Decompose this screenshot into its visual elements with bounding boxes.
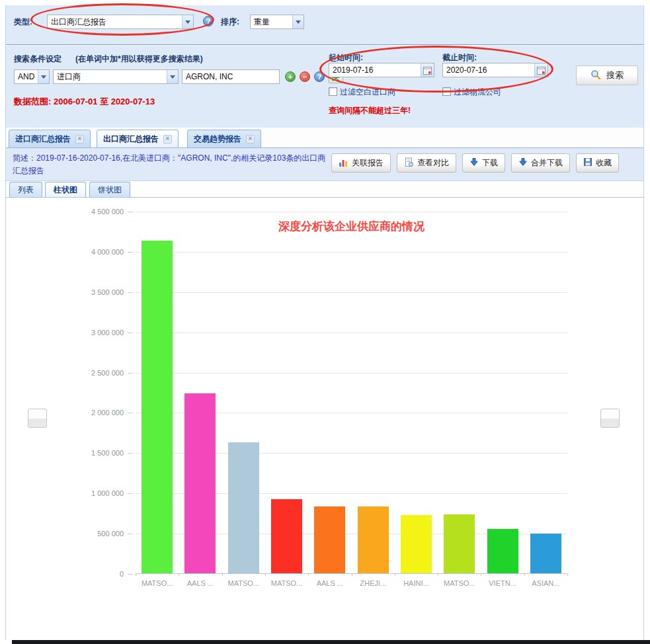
y-axis-label: 0	[120, 570, 124, 578]
x-tick	[524, 573, 525, 576]
page-right-button[interactable]	[600, 409, 620, 428]
merge-download-button[interactable]: 合并下载	[511, 153, 570, 173]
chart-panel: 深度分析该企业供应商的情况 0500 0001 000 0001 500 000…	[6, 197, 643, 639]
y-axis-label: 2 000 000	[91, 409, 124, 417]
sort-select[interactable]: 重量	[250, 15, 304, 29]
end-date-label: 截止时间:	[442, 52, 477, 63]
y-axis-label: 3 500 000	[91, 288, 124, 296]
tab-exporter-summary[interactable]: 出口商汇总报告 ×	[97, 130, 179, 147]
keyword-input[interactable]	[182, 69, 280, 84]
search-icon	[590, 69, 601, 82]
chevron-down-icon[interactable]	[38, 70, 49, 83]
tab-importer-summary[interactable]: 进口商汇总报告 ×	[9, 130, 91, 147]
gridline	[136, 333, 567, 333]
view-tab-bar-chart[interactable]: 柱状图	[45, 182, 86, 197]
bar-1[interactable]	[142, 241, 173, 573]
y-axis-label: 4 000 000	[91, 248, 124, 256]
chevron-down-icon[interactable]	[167, 70, 178, 83]
bar-9[interactable]	[487, 529, 518, 573]
summary-text: 2019-07-16-2020-07-16,在北美进口商："AGRON, INC…	[13, 153, 325, 175]
bar-8[interactable]	[444, 514, 475, 573]
calendar-icon[interactable]	[534, 63, 548, 77]
x-tick	[352, 573, 352, 576]
sort-label: 排序:	[221, 17, 239, 28]
page-left-button[interactable]	[28, 409, 47, 428]
help-icon[interactable]: ?	[314, 71, 325, 82]
search-button[interactable]: 搜索	[576, 65, 638, 85]
help-icon[interactable]: ?	[203, 16, 214, 26]
query-interval-warning: 查询间隔不能超过三年!	[329, 105, 411, 116]
y-tick	[128, 333, 133, 333]
y-tick	[128, 493, 133, 494]
save-icon	[583, 157, 592, 169]
bar-10[interactable]	[530, 534, 561, 573]
calendar-icon[interactable]	[421, 63, 434, 77]
gridline	[136, 292, 567, 293]
y-axis-label: 500 000	[97, 530, 124, 538]
start-date-input[interactable]	[329, 64, 421, 76]
x-axis-label: MATSO...	[265, 579, 309, 587]
x-tick	[222, 573, 223, 576]
bar-chart-plot: 0500 0001 000 0001 500 0002 000 0002 500…	[136, 212, 567, 574]
download-arrow-icon	[518, 157, 528, 169]
bar-5[interactable]	[314, 506, 345, 573]
summary-label: 简述：	[13, 153, 36, 163]
end-date-input[interactable]	[443, 64, 534, 76]
view-comparison-button[interactable]: 查看对比	[397, 153, 456, 173]
bar-2[interactable]	[184, 393, 216, 573]
search-field-select[interactable]: 进口商	[53, 69, 179, 84]
y-tick	[128, 373, 133, 374]
bar-4[interactable]	[271, 499, 302, 573]
type-label: 类型:	[14, 17, 32, 28]
start-date-field[interactable]	[329, 63, 434, 77]
filter-blank-importer-checkbox[interactable]	[329, 87, 337, 96]
search-settings-label: 搜索条件设定	[14, 54, 61, 65]
y-axis-label: 1 500 000	[91, 449, 124, 457]
x-tick	[265, 573, 266, 576]
close-icon[interactable]: ×	[163, 135, 172, 143]
add-condition-icon[interactable]: +	[285, 71, 296, 82]
download-button[interactable]: 下载	[462, 153, 505, 173]
search-button-label: 搜索	[606, 69, 624, 81]
view-tab-pie-chart[interactable]: 饼状图	[89, 182, 130, 197]
view-tab-list[interactable]: 列表	[9, 182, 42, 197]
filter-logistics-checkbox[interactable]	[442, 87, 451, 96]
x-axis-label: AALS ...	[308, 579, 352, 587]
x-axis-label: MATSO...	[222, 579, 265, 587]
y-tick	[128, 534, 133, 534]
close-icon[interactable]: ×	[75, 135, 84, 143]
button-label: 查看对比	[417, 157, 449, 169]
chevron-down-icon[interactable]	[182, 15, 193, 28]
report-type-select[interactable]: 出口商汇总报告	[47, 15, 194, 29]
x-axis-label: MATSO...	[136, 579, 179, 587]
close-icon[interactable]: ×	[246, 135, 255, 143]
bar-6[interactable]	[358, 506, 389, 573]
view-tab-label: 饼状图	[98, 184, 122, 196]
remove-condition-icon[interactable]: −	[300, 71, 310, 82]
bar-3[interactable]	[228, 442, 259, 573]
bar-7[interactable]	[401, 515, 432, 573]
chevron-down-icon[interactable]	[292, 15, 304, 28]
y-tick	[128, 413, 133, 413]
tab-trade-trend[interactable]: 交易趋势报告 ×	[187, 130, 261, 147]
main-window: 类型: 出口商汇总报告 ? 排序: 重量 搜索条件设定 (在单词中加*用以获得更…	[5, 5, 644, 640]
button-label: 关联报告	[352, 157, 384, 169]
bool-operator-select[interactable]: AND	[14, 69, 50, 84]
gridline	[136, 373, 567, 374]
report-toolbar: 简述：2019-07-16-2020-07-16,在北美进口商："AGRON, …	[6, 147, 643, 181]
report-summary: 简述：2019-07-16-2020-07-16,在北美进口商："AGRON, …	[13, 152, 329, 177]
favorite-button[interactable]: 收藏	[576, 153, 619, 173]
end-date-field[interactable]	[442, 63, 548, 77]
related-report-button[interactable]: 关联报告	[331, 153, 391, 173]
report-tabbar: 进口商汇总报告 × 出口商汇总报告 × 交易趋势报告 ×	[6, 128, 643, 147]
search-panel: 搜索条件设定 (在单词中加*用以获得更多搜索结果) AND 进口商 + − ? …	[6, 46, 643, 128]
gridline	[136, 252, 567, 253]
x-tick	[438, 573, 438, 576]
x-axis-label: AALS ...	[179, 579, 222, 587]
x-axis-label: MATSO...	[438, 579, 481, 587]
y-tick	[128, 212, 133, 212]
x-axis-label: ZHEJI...	[351, 579, 395, 587]
tab-label: 交易趋势报告	[194, 134, 241, 145]
x-tick	[179, 573, 179, 576]
x-axis-label: VIETN...	[481, 579, 524, 587]
